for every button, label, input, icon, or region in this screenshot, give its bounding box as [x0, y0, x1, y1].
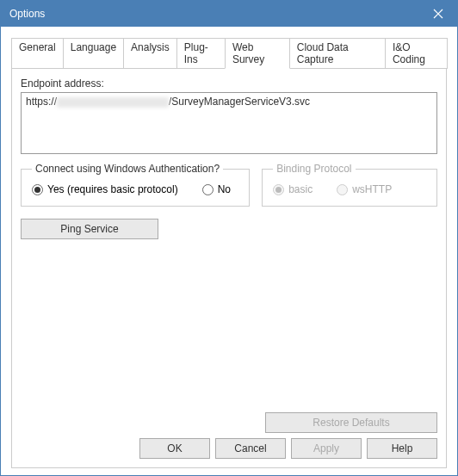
options-row: Connect using Windows Authentication? Ye… — [21, 163, 437, 207]
tab-strip: General Language Analysis Plug-Ins Web S… — [11, 37, 447, 68]
bottom-area: Restore Defaults OK Cancel Apply Help — [21, 412, 437, 459]
ping-service-button[interactable]: Ping Service — [21, 219, 158, 239]
endpoint-prefix: https:// — [26, 96, 57, 108]
auth-radio-no-label: No — [218, 183, 231, 195]
binding-group: Binding Protocol basic wsHTTP — [262, 163, 437, 207]
tab-cloud-data-capture[interactable]: Cloud Data Capture — [289, 38, 386, 69]
auth-legend: Connect using Windows Authentication? — [32, 163, 223, 175]
radio-dot-icon — [275, 187, 282, 193]
auth-radio-yes[interactable]: Yes (requires basic protocol) — [32, 183, 178, 195]
restore-defaults-button[interactable]: Restore Defaults — [265, 412, 437, 433]
auth-radios: Yes (requires basic protocol) No — [32, 183, 238, 195]
apply-button[interactable]: Apply — [291, 438, 362, 459]
titlebar: Options — [1, 1, 457, 27]
main-panel: General Language Analysis Plug-Ins Web S… — [1, 27, 457, 475]
radio-dot-icon — [34, 187, 40, 193]
radio-icon — [273, 184, 284, 195]
window-title: Options — [9, 8, 45, 20]
endpoint-label: Endpoint address: — [21, 77, 437, 90]
binding-radio-wshttp: wsHTTP — [337, 183, 392, 195]
tab-content-web-survey: Endpoint address: https:///SurveyManager… — [11, 68, 447, 468]
auth-radio-yes-label: Yes (requires basic protocol) — [47, 183, 178, 195]
help-button[interactable]: Help — [367, 438, 437, 459]
tab-general[interactable]: General — [11, 38, 64, 69]
radio-icon — [202, 184, 214, 195]
auth-group: Connect using Windows Authentication? Ye… — [21, 163, 250, 207]
binding-radios: basic wsHTTP — [273, 183, 426, 195]
tab-language[interactable]: Language — [63, 38, 124, 69]
dialog-button-row: OK Cancel Apply Help — [21, 438, 437, 459]
radio-icon — [337, 184, 348, 195]
endpoint-redacted — [57, 97, 169, 108]
restore-row: Restore Defaults — [21, 412, 437, 433]
binding-legend: Binding Protocol — [273, 163, 355, 175]
tab-plugins[interactable]: Plug-Ins — [176, 38, 226, 69]
tab-web-survey[interactable]: Web Survey — [225, 38, 290, 69]
binding-radio-wshttp-label: wsHTTP — [352, 183, 392, 195]
auth-radio-no[interactable]: No — [202, 183, 231, 195]
cancel-button[interactable]: Cancel — [215, 438, 286, 459]
binding-radio-basic-label: basic — [288, 183, 313, 195]
endpoint-input[interactable]: https:///SurveyManagerServiceV3.svc — [21, 92, 437, 154]
close-icon — [433, 9, 443, 19]
tab-io-coding[interactable]: I&O Coding — [385, 38, 448, 69]
radio-icon — [32, 184, 43, 195]
binding-radio-basic: basic — [273, 183, 313, 195]
ok-button[interactable]: OK — [139, 438, 210, 459]
close-button[interactable] — [418, 1, 457, 27]
tab-analysis[interactable]: Analysis — [123, 38, 177, 69]
endpoint-suffix: /SurveyManagerServiceV3.svc — [169, 96, 310, 108]
